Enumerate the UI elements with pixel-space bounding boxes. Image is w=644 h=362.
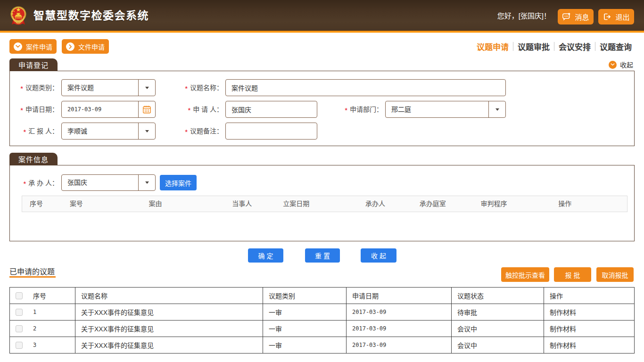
apply-date-label: *申请日期： (9, 101, 58, 118)
applied-title-underline (9, 276, 56, 278)
reset-button[interactable]: 重 置 (305, 248, 340, 263)
required-asterisk: * (23, 123, 26, 140)
select-all-checkbox[interactable] (16, 292, 23, 299)
topic-name-input[interactable] (225, 79, 506, 96)
applied-topics-table: 序号 议题名称 议题类别 申请日期 议题状态 操作 1 关于XXX事件的征集意见… (9, 287, 635, 354)
user-greeting: 您好，[张国庆]！ (497, 0, 551, 31)
national-emblem-logo (10, 6, 27, 27)
topic-type-select[interactable]: 案件议题 (61, 79, 156, 96)
row-apply-date: 2017-03-09 (347, 304, 452, 321)
case-col-number: 案号 (62, 196, 141, 212)
row-topic-type: 一审 (263, 337, 347, 354)
register-panel-tab: 申请登记 (9, 58, 58, 71)
handler-label: *承 办 人： (9, 174, 58, 191)
table-row: 3 关于XXX事件的征集意见 一审 2017-03-09 会议中 制作材料 (10, 337, 635, 354)
calendar-icon (142, 105, 152, 115)
reporter-label: *汇 报 人： (9, 123, 58, 140)
dropdown-toggle[interactable] (138, 80, 155, 96)
case-col-department: 承办庭室 (412, 196, 473, 212)
apply-dept-label: *申请部门： (332, 101, 383, 118)
applicant-label: *申 请 人： (173, 101, 223, 118)
field-label-text: 申 请 人： (193, 106, 223, 113)
row-topic-name: 关于XXX事件的征集意见 (75, 304, 263, 321)
case-table-header: 序号 案号 案由 当事人 立案日期 承办人 承办庭室 审判程序 操作 (22, 196, 627, 212)
apply-dept-select[interactable]: 邢二庭 (385, 101, 506, 118)
reporter-select[interactable]: 李顺诚 (61, 123, 156, 140)
reporter-value: 李顺诚 (62, 123, 138, 139)
case-col-action: 操作 (551, 196, 627, 212)
panel-collapse-toggle[interactable]: 收起 (609, 60, 633, 69)
panel-collapse-label: 收起 (620, 60, 633, 69)
row-apply-date: 2017-03-09 (347, 321, 452, 337)
confirm-button[interactable]: 确 定 (248, 248, 283, 263)
main-nav: 议题申请 议题审批 会议安排 议题查询 (472, 41, 636, 51)
file-apply-label: 文件申请 (78, 42, 105, 51)
required-asterisk: * (185, 80, 188, 97)
nav-item-topic-approve[interactable]: 议题审批 (513, 41, 554, 52)
col-action: 操作 (544, 288, 635, 304)
field-label-text: 申请部门： (350, 106, 383, 113)
field-label-text: 汇 报 人： (28, 127, 58, 135)
case-col-filing-date: 立案日期 (275, 196, 358, 212)
applied-section-title: 已申请的议题 (9, 265, 55, 277)
chevron-right-circle-icon (66, 42, 74, 51)
page: 智慧型数字检委会系统 您好，[张国庆]！ 消息 退出 案件申请 (0, 0, 644, 362)
app-header: 智慧型数字检委会系统 您好，[张国庆]！ 消息 退出 (0, 0, 644, 31)
logout-button[interactable]: 退出 (598, 9, 634, 25)
topic-note-input[interactable] (225, 123, 317, 140)
field-label-text: 议题名称： (190, 84, 223, 91)
chevron-down-circle-icon (14, 42, 22, 51)
topic-type-label: *议题类别： (9, 79, 58, 96)
row-checkbox[interactable] (16, 325, 23, 332)
case-apply-label: 案件申请 (26, 42, 52, 51)
dropdown-toggle[interactable] (138, 123, 155, 139)
nav-item-meeting-arrange[interactable]: 会议安排 (554, 41, 595, 52)
row-action-link[interactable]: 制作材料 (544, 304, 635, 321)
logout-button-label: 退出 (615, 12, 629, 22)
topic-note-label: *议题备注： (173, 123, 223, 140)
field-label-text: 承 办 人： (28, 179, 58, 187)
handler-select[interactable]: 张国庆 (61, 174, 156, 191)
row-seq: 1 (33, 309, 36, 315)
topic-name-label: *议题名称： (173, 79, 223, 96)
row-seq: 2 (33, 325, 36, 332)
fold-button[interactable]: 收 起 (361, 248, 396, 263)
apply-date-picker[interactable]: 2017-03-09 (61, 101, 156, 118)
field-label-text: 议题类别： (25, 84, 58, 91)
nav-item-topic-apply[interactable]: 议题申请 (472, 41, 513, 52)
touch-review-button[interactable]: 触控批示查看 (501, 267, 549, 282)
chat-bubble-icon (562, 12, 571, 21)
select-case-button[interactable]: 选择案件 (160, 175, 197, 190)
row-topic-status: 会议中 (452, 337, 544, 354)
case-panel-tab: 案件信息 (9, 153, 58, 165)
calendar-toggle[interactable] (138, 101, 155, 117)
row-action-link[interactable]: 制作材料 (544, 321, 635, 337)
submit-approval-button[interactable]: 报 批 (554, 267, 591, 282)
nav-item-topic-query[interactable]: 议题查询 (595, 41, 636, 52)
required-asterisk: * (23, 175, 26, 192)
row-checkbox[interactable] (16, 342, 23, 349)
col-topic-status: 议题状态 (452, 288, 544, 304)
col-seq: 序号 (33, 291, 46, 300)
case-col-handler: 承办人 (358, 196, 412, 212)
case-col-seq: 序号 (22, 196, 62, 212)
row-checkbox[interactable] (16, 309, 23, 316)
chevron-down-circle-icon (609, 61, 617, 69)
header-accent-stripe (0, 31, 644, 33)
row-action-link[interactable]: 制作材料 (544, 337, 635, 354)
dropdown-toggle[interactable] (488, 101, 505, 117)
case-col-procedure: 审判程序 (473, 196, 551, 212)
row-topic-status: 会议中 (452, 321, 544, 337)
case-apply-button[interactable]: 案件申请 (9, 39, 57, 54)
row-topic-type: 一审 (263, 321, 347, 337)
file-apply-button[interactable]: 文件申请 (62, 39, 109, 54)
applicant-input[interactable] (225, 101, 317, 118)
message-button[interactable]: 消息 (558, 9, 594, 25)
required-asterisk: * (185, 123, 188, 140)
table-row: 2 关于XXX事件的征集意见 一审 2017-03-09 会议中 制作材料 (10, 321, 635, 337)
table-row: 1 关于XXX事件的征集意见 一审 2017-03-09 待审批 制作材料 (10, 304, 635, 321)
cancel-approval-button[interactable]: 取消报批 (596, 267, 634, 282)
dropdown-toggle[interactable] (138, 175, 155, 190)
field-label-text: 申请日期： (25, 106, 58, 113)
case-col-cause: 案由 (141, 196, 225, 212)
